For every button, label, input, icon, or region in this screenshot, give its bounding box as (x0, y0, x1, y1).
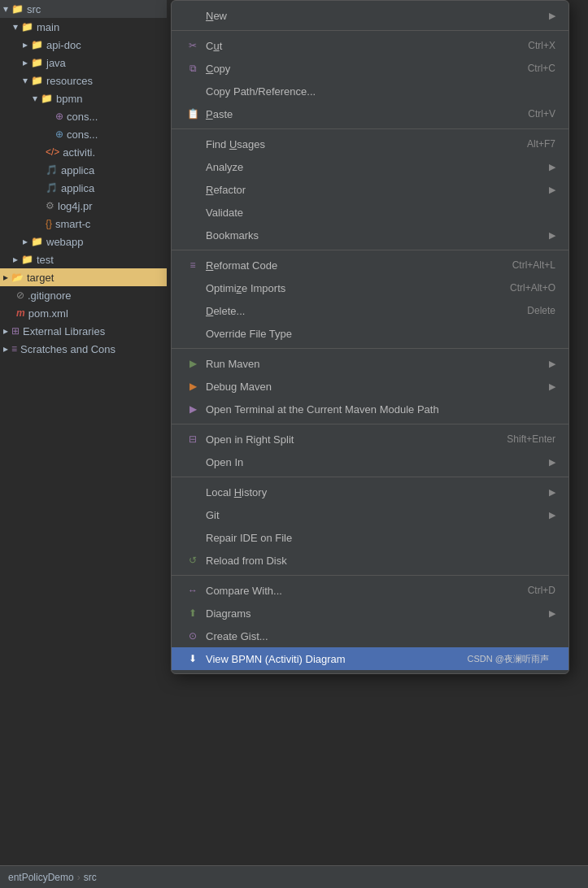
tree-item-applica2[interactable]: 🎵 applica (0, 179, 167, 197)
menu-label-reload-disk: Reload from Disk (206, 555, 555, 567)
menu-item-cut[interactable]: ✂ Cut Ctrl+X (172, 34, 568, 57)
menu-item-run-maven[interactable]: ▶ Run Maven ▶ (172, 352, 568, 375)
menu-item-find-usages[interactable]: Find Usages Alt+F7 (172, 133, 568, 155)
separator-1 (172, 30, 568, 31)
chevron-right-icon: ▸ (13, 254, 18, 265)
folder-icon: 📁 (21, 254, 33, 265)
folder-target-icon: 📂 (11, 272, 24, 283)
separator-6 (172, 477, 568, 477)
menu-item-view-bpmn[interactable]: ⬇ View BPMN (Activiti) Diagram CSDN @夜澜听… (172, 647, 568, 670)
folder-icon: 📁 (31, 39, 43, 50)
tree-label-applica2: applica (61, 182, 94, 194)
shortcut-paste: Ctrl+V (528, 108, 555, 120)
menu-label-refactor: Refactor (206, 184, 542, 196)
tree-item-log4j[interactable]: ⚙ log4j.pr (0, 197, 167, 215)
menu-item-git[interactable]: Git ▶ (172, 503, 568, 526)
menu-label-validate: Validate (206, 207, 555, 219)
tree-item-cons2[interactable]: ⊕ cons... (0, 125, 167, 143)
arrow-icon: ▶ (549, 381, 555, 392)
folder-icon: 📁 (21, 21, 33, 33)
tree-item-webapp[interactable]: ▸ 📁 webapp (0, 233, 167, 250)
separator-4 (172, 348, 568, 349)
chevron-down-icon: ▾ (3, 3, 8, 15)
menu-item-new[interactable]: New ▶ (172, 4, 568, 27)
menu-item-compare-with[interactable]: ↔ Compare With... Ctrl+D (172, 579, 568, 602)
terminal-maven-icon: ▶ (185, 403, 201, 415)
shortcut-delete: Delete (527, 305, 555, 316)
menu-item-open-in[interactable]: Open In ▶ (172, 451, 568, 473)
menu-label-compare-with: Compare With... (206, 585, 512, 597)
separator-7 (172, 575, 568, 576)
reformat-icon: ≡ (185, 259, 201, 271)
tree-item-apidoc[interactable]: ▸ 📁 api-doc (0, 36, 167, 54)
tree-item-target[interactable]: ▸ 📂 target (0, 268, 167, 286)
tree-item-extlib[interactable]: ▸ ⊞ External Libraries (0, 322, 167, 340)
tree-item-resources[interactable]: ▾ 📁 resources (0, 72, 167, 89)
menu-item-reload-disk[interactable]: ↺ Reload from Disk (172, 549, 568, 572)
tree-item-gitignore[interactable]: ⊘ .gitignore (0, 286, 167, 304)
gear-icon: ⚙ (46, 200, 54, 211)
tree-item-applica1[interactable]: 🎵 applica (0, 161, 167, 179)
menu-item-debug-maven[interactable]: ▶ Debug Maven ▶ (172, 375, 568, 398)
breadcrumb-part2: src (84, 872, 97, 883)
shortcut-find: Alt+F7 (527, 138, 555, 150)
tree-item-cons1[interactable]: ⊕ cons... (0, 107, 167, 125)
menu-item-repair-ide[interactable]: Repair IDE on File (172, 526, 568, 549)
tree-item-src[interactable]: ▾ 📁 src (0, 0, 167, 18)
scratch-icon: ≡ (11, 343, 17, 355)
tree-label-webapp: webapp (46, 236, 84, 248)
menu-label-copy-path: Copy Path/Reference... (206, 85, 555, 98)
tree-label-log4j: log4j.pr (58, 200, 93, 212)
menu-label-copy: Copy (206, 63, 512, 75)
tree-item-java[interactable]: ▸ 📁 java (0, 54, 167, 72)
tree-item-bpmn[interactable]: ▾ 📁 bpmn (0, 89, 167, 107)
menu-item-optimize[interactable]: Optimize Imports Ctrl+Alt+O (172, 276, 568, 299)
tree-item-test[interactable]: ▸ 📁 test (0, 250, 167, 268)
menu-label-find-usages: Find Usages (206, 138, 511, 150)
tree-label-test: test (37, 254, 54, 266)
tree-item-smart[interactable]: {} smart-c (0, 215, 167, 233)
menu-item-local-history[interactable]: Local History ▶ (172, 481, 568, 503)
menu-label-new: New (206, 10, 542, 22)
tree-item-pom[interactable]: m pom.xml (0, 304, 167, 322)
menu-label-override: Override File Type (206, 328, 555, 340)
arrow-icon: ▶ (549, 230, 555, 241)
tree-item-scratch[interactable]: ▸ ≡ Scratches and Cons (0, 340, 167, 358)
tree-label-src: src (27, 3, 41, 15)
folder-icon: 📁 (11, 3, 24, 15)
menu-item-reformat[interactable]: ≡ Reformat Code Ctrl+Alt+L (172, 254, 568, 276)
folder-icon: 📁 (41, 93, 53, 104)
arrow-icon: ▶ (549, 185, 555, 195)
chevron-right-icon: ▸ (23, 236, 28, 247)
tree-label-target: target (27, 272, 54, 284)
menu-item-copy-path[interactable]: Copy Path/Reference... (172, 80, 568, 102)
menu-item-diagrams[interactable]: ⬆ Diagrams ▶ (172, 602, 568, 625)
menu-item-paste[interactable]: 📋 Paste Ctrl+V (172, 102, 568, 125)
menu-item-create-gist[interactable]: ⊙ Create Gist... (172, 625, 568, 647)
yaml2-icon: 🎵 (46, 182, 58, 194)
menu-item-open-terminal-maven[interactable]: ▶ Open Terminal at the Current Maven Mod… (172, 398, 568, 420)
shortcut-reformat: Ctrl+Alt+L (512, 259, 555, 271)
shortcut-optimize: Ctrl+Alt+O (510, 282, 555, 294)
tree-label-scratch: Scratches and Cons (20, 343, 115, 355)
shortcut-compare: Ctrl+D (528, 585, 555, 596)
menu-label-view-bpmn: View BPMN (Activiti) Diagram (206, 653, 468, 665)
menu-item-refactor[interactable]: Refactor ▶ (172, 178, 568, 201)
tree-item-main[interactable]: ▾ 📁 main (0, 18, 167, 36)
tree-item-activiti[interactable]: </> activiti. (0, 143, 167, 161)
menu-item-copy[interactable]: ⧉ Copy Ctrl+C (172, 57, 568, 80)
menu-item-open-right-split[interactable]: ⊟ Open in Right Split Shift+Enter (172, 428, 568, 451)
menu-item-override-file-type[interactable]: Override File Type (172, 322, 568, 345)
breadcrumb-bar: entPolicyDemo › src (0, 865, 588, 888)
file-tree: ▾ 📁 src ▾ 📁 main ▸ 📁 api-doc ▸ 📁 java ▾ … (0, 0, 167, 888)
menu-label-reformat: Reformat Code (206, 259, 496, 272)
tree-label-extlib: External Libraries (23, 325, 105, 337)
chevron-down-icon: ▾ (33, 93, 37, 104)
tree-label-resources: resources (46, 75, 93, 87)
menu-item-validate[interactable]: Validate (172, 201, 568, 224)
menu-label-open-terminal: Open Terminal at the Current Maven Modul… (206, 403, 555, 416)
menu-item-analyze[interactable]: Analyze ▶ (172, 155, 568, 178)
debug-maven-icon: ▶ (185, 381, 201, 392)
menu-item-delete[interactable]: Delete... Delete (172, 299, 568, 322)
menu-item-bookmarks[interactable]: Bookmarks ▶ (172, 224, 568, 246)
